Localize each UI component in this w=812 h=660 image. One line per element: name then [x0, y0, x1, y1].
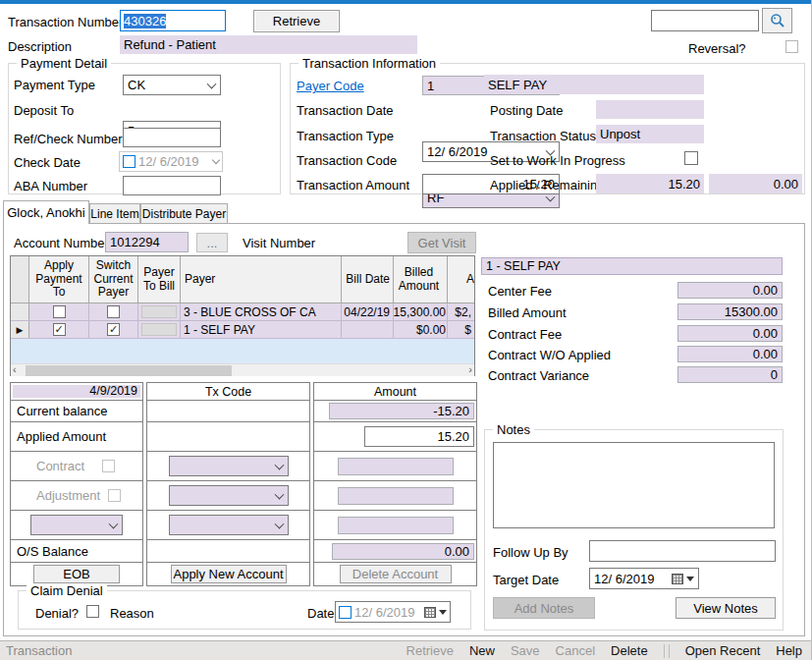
grid-col-bill-date[interactable]: Bill Date — [342, 256, 394, 302]
grid-col-switch[interactable]: Switch Current Payer — [89, 256, 138, 302]
follow-up-by-input[interactable] — [589, 540, 776, 562]
transaction-date-value: 12/ 6/2019 — [427, 144, 487, 159]
grid-col-apply[interactable]: Apply Payment To — [29, 256, 89, 302]
current-balance-field: -15.20 — [329, 403, 474, 419]
aba-number-input[interactable] — [123, 176, 221, 195]
statusbar-new-button[interactable]: New — [469, 643, 495, 658]
reversal-label: Reversal? — [688, 41, 746, 56]
payment-type-select[interactable]: CK — [123, 75, 221, 95]
payer-to-bill-button[interactable] — [141, 305, 177, 318]
current-row-marker[interactable]: ▶ — [11, 321, 29, 338]
applied-amount-input[interactable] — [364, 426, 474, 447]
grid-col-billed-amount[interactable]: Billed Amount — [394, 256, 448, 302]
search-button[interactable] — [762, 8, 792, 33]
adjustment-amount-field — [338, 487, 454, 505]
scroll-left-arrow-icon[interactable]: ‹ — [13, 363, 17, 375]
partial-amount-cell[interactable]: $ — [448, 321, 474, 338]
statusbar-open-recent-button[interactable]: Open Recent — [685, 643, 761, 658]
center-fee-field: 0.00 — [677, 282, 783, 299]
extra-row-select[interactable] — [30, 515, 123, 535]
delete-account-button[interactable]: Delete Account — [340, 565, 452, 583]
contract-checkbox[interactable] — [102, 460, 115, 472]
scroll-right-arrow-icon[interactable]: › — [468, 363, 472, 375]
calendar-icon — [672, 574, 683, 584]
contract-fee-field: 0.00 — [677, 325, 783, 342]
payer-name-cell[interactable]: 1 - SELF PAY — [181, 321, 342, 338]
transaction-number-input[interactable]: 430326 — [120, 10, 226, 31]
reversal-checkbox[interactable] — [785, 40, 798, 53]
grid-col-payer-to-bill[interactable]: Payer To Bill — [138, 256, 181, 302]
applied-amount-field: 15.20 — [596, 174, 704, 193]
apply-payment-checkbox[interactable] — [53, 305, 66, 318]
adjustment-checkbox[interactable] — [108, 489, 121, 502]
grid-col-payer[interactable]: Payer — [181, 256, 342, 302]
grid-h-scrollbar[interactable]: ‹ › — [11, 363, 474, 376]
payer-name-cell[interactable]: 3 - BLUE CROSS OF CA — [181, 303, 342, 320]
switch-cell[interactable] — [89, 303, 138, 320]
partial-amount-cell[interactable]: $2, — [448, 303, 474, 320]
statusbar-retrieve-button[interactable]: Retrieve — [406, 643, 454, 658]
apply-cell[interactable] — [29, 303, 89, 320]
contract-variance-label: Contract Variance — [488, 368, 589, 383]
apply-cell[interactable]: ✓ — [29, 321, 89, 338]
contract-txcode-select[interactable] — [169, 456, 289, 476]
billed-amount-cell[interactable]: $0.00 — [394, 321, 448, 338]
switch-payer-checkbox[interactable] — [107, 305, 120, 318]
tab-line-item[interactable]: Line Item — [89, 203, 140, 224]
denial-checkbox[interactable] — [86, 605, 99, 618]
description-field: Refund - Patient — [120, 35, 417, 54]
dropdown-arrow-icon — [686, 577, 694, 581]
applied-amount-label: Applied Amount — [11, 429, 106, 444]
notes-textarea[interactable] — [493, 442, 775, 528]
scroll-thumb[interactable] — [26, 365, 232, 376]
wip-checkbox[interactable] — [684, 151, 698, 165]
tab-patient[interactable]: Glock, Anokhi — [3, 200, 89, 224]
switch-cell[interactable]: ✓ — [89, 321, 138, 338]
date-header-row: 4/9/2019 — [11, 383, 142, 401]
switch-payer-checkbox[interactable]: ✓ — [107, 323, 120, 336]
status-bar: Transaction Retrieve New Save Cancel Del… — [0, 640, 812, 660]
payer-to-bill-cell[interactable] — [138, 303, 181, 320]
retrieve-button[interactable]: Retrieve — [253, 10, 340, 32]
grid-col-partial[interactable]: A — [448, 256, 474, 302]
eob-button[interactable]: EOB — [33, 565, 120, 583]
applied-remaining-label: Applied / Remaining — [490, 178, 604, 192]
payer-to-bill-cell[interactable] — [138, 321, 181, 338]
tx-code-header: Tx Code — [205, 385, 251, 399]
transaction-type-label: Transaction Type — [297, 129, 394, 143]
target-date-picker[interactable]: 12/ 6/2019 — [589, 568, 699, 589]
amount-header: Amount — [374, 385, 416, 399]
check-date-picker[interactable]: 12/ 6/2019 — [119, 151, 223, 172]
payer-code-link[interactable]: Payer Code — [297, 79, 364, 93]
statusbar-cancel-button[interactable]: Cancel — [556, 643, 595, 658]
status-bar-context-label: Transaction — [6, 643, 72, 658]
tab-distribute-payer[interactable]: Distribute Payer — [140, 203, 228, 224]
adjustment-txcode-select[interactable] — [169, 485, 289, 506]
search-input[interactable] — [651, 10, 759, 31]
view-notes-button[interactable]: View Notes — [676, 597, 776, 619]
check-date-checkbox[interactable] — [123, 155, 135, 168]
contract-wo-applied-field: 0.00 — [677, 346, 783, 362]
apply-new-account-button[interactable]: Apply New Account — [171, 565, 287, 583]
payer-grid: Apply Payment To Switch Current Payer Pa… — [10, 255, 475, 376]
denial-date-checkbox[interactable] — [339, 606, 352, 619]
payer-row[interactable]: ▶ ✓ ✓ 1 - SELF PAY $0.00 $ — [11, 321, 474, 339]
row-marker[interactable] — [11, 303, 29, 320]
get-visit-button[interactable]: Get Visit — [407, 232, 476, 253]
add-notes-button[interactable]: Add Notes — [493, 597, 595, 619]
billed-amount-cell[interactable]: $15,300.00 — [394, 303, 448, 320]
ref-check-number-input[interactable] — [123, 128, 221, 147]
extra-txcode-select[interactable] — [169, 515, 289, 535]
bill-date-cell[interactable]: 04/22/19 — [342, 303, 394, 320]
payer-to-bill-button[interactable] — [141, 323, 177, 336]
denial-date-picker[interactable]: 12/ 6/2019 — [335, 601, 451, 623]
payer-row[interactable]: 3 - BLUE CROSS OF CA 04/22/19 $15,300.00… — [11, 303, 474, 321]
transaction-status-label: Transaction Status — [490, 129, 596, 143]
browse-account-button[interactable]: ... — [196, 233, 228, 252]
apply-payment-checkbox[interactable]: ✓ — [53, 323, 66, 336]
statusbar-help-button[interactable]: Help — [776, 643, 802, 658]
statusbar-save-button[interactable]: Save — [511, 643, 540, 658]
statusbar-delete-button[interactable]: Delete — [611, 643, 648, 658]
bill-date-cell[interactable] — [342, 321, 394, 338]
window-top-accent-bar — [0, 0, 812, 4]
